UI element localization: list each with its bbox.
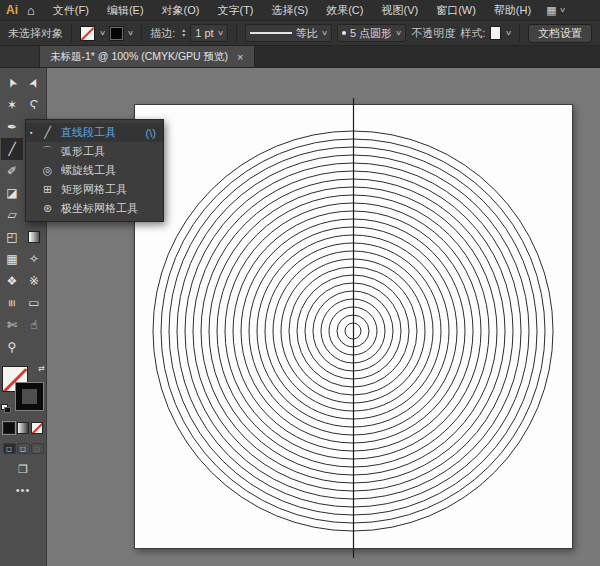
mesh-tool[interactable]: ▦ xyxy=(1,248,23,270)
shape-builder-tool[interactable]: ◰ xyxy=(1,226,23,248)
hand-tool[interactable]: ☝ xyxy=(23,314,45,336)
arc-tool-icon: ⌒ xyxy=(39,144,56,159)
flyout-item-rectangular-grid-tool[interactable]: ⊞矩形网格工具 xyxy=(26,180,163,199)
document-tab[interactable]: 未标题-1* @ 100% (CMYK/GPU 预览) × xyxy=(40,46,255,67)
no-selection-label: 未选择对象 xyxy=(8,26,63,41)
menubar-menu[interactable]: 窗口(W) xyxy=(427,4,485,16)
chevron-down-icon[interactable]: ∨ xyxy=(505,29,512,37)
document-tab-title: 未标题-1* @ 100% (CMYK/GPU 预览) xyxy=(50,50,228,64)
artboard[interactable] xyxy=(134,104,573,549)
menubar-menu[interactable]: 视图(V) xyxy=(372,4,427,16)
menubar-menu[interactable]: 编辑(E) xyxy=(98,4,153,16)
menubar-menu[interactable]: 选择(S) xyxy=(263,4,318,16)
screen-mode-icon[interactable]: ❐ xyxy=(18,463,28,476)
artboard-tool[interactable]: ▭ xyxy=(23,292,45,314)
flyout-item-spiral-tool[interactable]: ◎螺旋线工具 xyxy=(26,161,163,180)
flyout-item-label: 极坐标网格工具 xyxy=(56,201,150,216)
document-tab-bar: 未标题-1* @ 100% (CMYK/GPU 预览) × xyxy=(0,46,600,68)
rectangular-grid-tool-icon: ⊞ xyxy=(39,183,56,196)
pen-tool[interactable]: ✒ xyxy=(1,116,23,138)
stroke-weight-value: 1 pt xyxy=(195,27,213,39)
concentric-circles-artwork xyxy=(135,105,574,550)
current-tool-marker: ▪ xyxy=(30,129,39,136)
color-button[interactable] xyxy=(3,422,15,434)
document-setup-button[interactable]: 文档设置 xyxy=(528,24,592,43)
flyout-item-arc-tool[interactable]: ⌒弧形工具 xyxy=(26,142,163,161)
opacity-label[interactable]: 不透明度 xyxy=(411,26,455,41)
flyout-item-label: 直线段工具 xyxy=(56,125,140,140)
color-type-buttons xyxy=(3,422,43,434)
chevron-down-icon: ∨ xyxy=(559,6,566,14)
flyout-item-line-segment-tool[interactable]: ▪╱直线段工具(\) xyxy=(26,123,163,142)
app-logo: Ai xyxy=(0,3,25,17)
menubar-menu[interactable]: 文件(F) xyxy=(44,4,98,16)
menubar-menu[interactable]: 对象(O) xyxy=(153,4,209,16)
spiral-tool-icon: ◎ xyxy=(39,164,56,177)
flyout-item-label: 螺旋线工具 xyxy=(56,163,150,178)
width-profile-preview xyxy=(250,32,292,34)
close-icon[interactable]: × xyxy=(237,51,243,63)
divider xyxy=(236,24,237,42)
magic-wand-tool[interactable]: ✶ xyxy=(1,94,23,116)
none-button[interactable] xyxy=(31,422,43,434)
tab-bar-spacer xyxy=(0,46,40,67)
screen-tool-spacer[interactable] xyxy=(23,336,45,358)
style-swatch[interactable] xyxy=(490,26,501,40)
stroke-weight-stepper[interactable]: ▴▾ xyxy=(182,28,185,38)
style-label: 样式: xyxy=(460,26,485,41)
home-icon[interactable]: ⌂ xyxy=(25,3,44,18)
stroke-swatch-black[interactable] xyxy=(16,383,43,410)
chevron-down-icon: ∨ xyxy=(217,29,224,37)
column-graph-tool[interactable]: ≡ xyxy=(1,292,23,314)
default-fill-stroke-icon[interactable] xyxy=(1,404,12,414)
stroke-weight-label: 描边: xyxy=(150,26,175,41)
width-profile-value: 等比 xyxy=(296,26,318,41)
menu-list: 文件(F)编辑(E)对象(O)文字(T)选择(S)效果(C)视图(V)窗口(W)… xyxy=(44,3,540,18)
gradient-button[interactable] xyxy=(17,422,29,434)
swap-fill-stroke-icon[interactable]: ⇄ xyxy=(38,364,45,373)
zoom-tool[interactable]: ⚲ xyxy=(1,336,23,358)
slice-tool[interactable]: ✄ xyxy=(1,314,23,336)
scale-tool[interactable]: ▱ xyxy=(1,204,23,226)
width-profile-dropdown[interactable]: 等比 ∨ xyxy=(245,24,332,42)
chevron-down-icon[interactable]: ∨ xyxy=(99,29,106,37)
gradient-tool[interactable] xyxy=(23,226,45,248)
brush-definition-dropdown[interactable]: 5 点圆形 ∨ xyxy=(337,24,406,42)
menubar-menu[interactable]: 效果(C) xyxy=(317,4,372,16)
menu-bar: Ai ⌂ 文件(F)编辑(E)对象(O)文字(T)选择(S)效果(C)视图(V)… xyxy=(0,0,600,20)
symbol-sprayer-tool[interactable]: ※ xyxy=(23,270,45,292)
menubar-menu[interactable]: 文字(T) xyxy=(208,4,262,16)
chevron-down-icon: ∨ xyxy=(321,29,328,37)
polar-grid-tool-icon: ⊛ xyxy=(39,202,56,215)
line-segment-tool-icon: ╱ xyxy=(39,126,56,139)
flyout-item-label: 弧形工具 xyxy=(56,144,150,159)
eraser-tool[interactable]: ◪ xyxy=(1,182,23,204)
stroke-color-swatch[interactable] xyxy=(110,27,123,40)
blend-tool[interactable]: ❖ xyxy=(1,270,23,292)
stroke-weight-field[interactable]: 1 pt ∨ xyxy=(190,24,227,42)
chevron-down-icon[interactable]: ∨ xyxy=(127,29,134,37)
workspace-switcher[interactable]: ▦ ∨ xyxy=(540,4,571,17)
flyout-item-polar-grid-tool[interactable]: ⊛极坐标网格工具 xyxy=(26,199,163,218)
chevron-down-icon: ∨ xyxy=(395,29,402,37)
flyout-item-label: 矩形网格工具 xyxy=(56,182,150,197)
edit-toolbar-ellipsis-icon[interactable]: ••• xyxy=(16,484,31,496)
drawing-modes: ◻ ◻ ◻ xyxy=(3,443,44,454)
illustrator-window: Ai ⌂ 文件(F)编辑(E)对象(O)文字(T)选择(S)效果(C)视图(V)… xyxy=(0,0,600,566)
workspace-grid-icon: ▦ xyxy=(546,4,556,17)
menubar-menu[interactable]: 帮助(H) xyxy=(485,4,540,16)
eyedropper-tool[interactable]: ✧ xyxy=(23,248,45,270)
line-segment-tool[interactable]: ╱ xyxy=(1,138,23,160)
lasso-tool[interactable]: Ϛ xyxy=(23,94,45,116)
draw-inside-mode-icon[interactable]: ◻ xyxy=(31,443,44,454)
line-tools-flyout-menu: ▪╱直线段工具(\)⌒弧形工具◎螺旋线工具⊞矩形网格工具⊛极坐标网格工具 xyxy=(25,119,164,222)
paintbrush-tool[interactable]: ✐ xyxy=(1,160,23,182)
draw-normal-mode-icon[interactable]: ◻ xyxy=(3,443,16,454)
brush-preview-dot xyxy=(342,31,346,35)
fill-color-swatch[interactable] xyxy=(80,26,95,41)
draw-behind-mode-icon[interactable]: ◻ xyxy=(17,443,30,454)
fill-stroke-indicator: ⇄ xyxy=(1,366,45,412)
direct-selection-tool[interactable]: ➤ xyxy=(23,72,45,94)
flyout-item-shortcut: (\) xyxy=(140,127,156,139)
selection-tool[interactable]: ➤ xyxy=(1,72,23,94)
